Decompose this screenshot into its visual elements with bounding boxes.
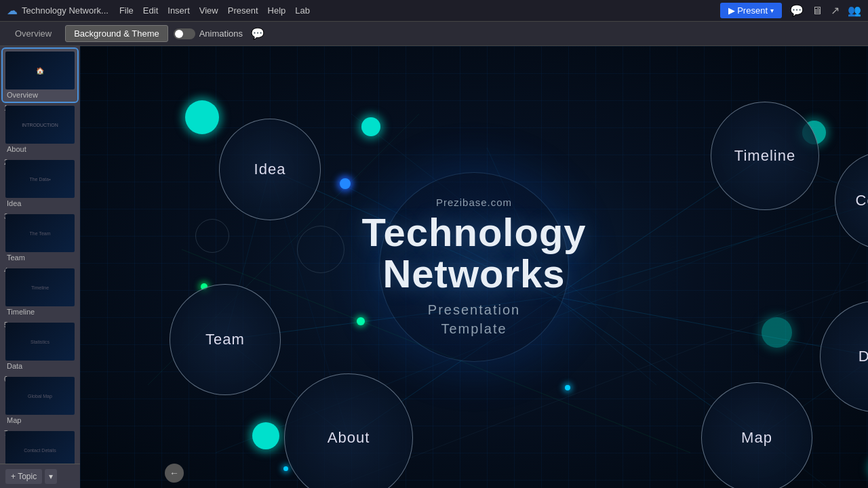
dot-10: [762, 317, 792, 348]
present-label: ▶ Present: [728, 5, 768, 16]
topic-map-label: Map: [741, 429, 772, 447]
animations-toggle[interactable]: Animations: [174, 28, 243, 39]
topic-contact-label: Contact: [856, 192, 868, 209]
brand-subtitle: Prezibase.com: [361, 197, 586, 208]
menu-present[interactable]: Present: [228, 5, 258, 16]
animations-label: Animations: [199, 28, 243, 39]
center-content: Prezibase.com Technology Networks Presen…: [361, 197, 586, 338]
topic-timeline-label: Timeline: [734, 147, 795, 165]
slide-5-label: Data: [5, 362, 75, 370]
menu-lab[interactable]: Lab: [295, 5, 310, 16]
app-title: Technology Network...: [22, 5, 108, 16]
menu-file[interactable]: File: [119, 5, 134, 16]
menu-view[interactable]: View: [199, 5, 218, 16]
toggle-knob: [175, 30, 183, 38]
dot-1: [361, 117, 380, 136]
tab-background-theme[interactable]: Background & Theme: [65, 25, 168, 42]
slide-overview-label: Overview: [5, 91, 75, 99]
topic-data-label: Data: [859, 348, 868, 365]
share-screen-icon[interactable]: 🖥: [812, 5, 823, 17]
dot-2: [340, 178, 351, 189]
menu-edit[interactable]: Edit: [143, 5, 158, 16]
slide-main-title: Technology Networks: [361, 212, 586, 295]
canvas: Idea Timeline Contact Team Data About: [80, 46, 868, 488]
add-topic-label: + Topic: [11, 472, 37, 481]
menu-insert[interactable]: Insert: [167, 5, 190, 16]
sidebar-item-idea[interactable]: 2 The Data• Idea: [3, 157, 77, 210]
slide-3-label: Team: [5, 253, 75, 262]
app-logo: ☁ Technology Network...: [7, 4, 108, 17]
sidebar-item-map[interactable]: 6 Global Map Map: [3, 374, 77, 427]
sidebar-item-data[interactable]: 5 Statistics Data: [3, 320, 77, 373]
deco-circle-2: [195, 219, 229, 253]
dot-8: [565, 385, 570, 390]
deco-circle-3: [297, 226, 344, 273]
topic-team[interactable]: Team: [170, 284, 281, 395]
topic-idea[interactable]: Idea: [219, 119, 321, 220]
cloud-icon: ☁: [7, 4, 18, 17]
topic-team-label: Team: [205, 331, 245, 348]
topic-idea-label: Idea: [254, 161, 286, 178]
main-area: 🏠 Overview 1 INTRODUCTION About 2 The Da…: [0, 46, 868, 488]
top-actions: ▶ Present ▾ 💬 🖥 ↗ 👥: [720, 3, 861, 18]
slide-background: Idea Timeline Contact Team Data About: [80, 46, 868, 488]
sidebar: 🏠 Overview 1 INTRODUCTION About 2 The Da…: [0, 46, 80, 488]
slide-6-label: Map: [5, 416, 75, 424]
sidebar-item-about[interactable]: 1 INTRODUCTION About: [3, 103, 77, 156]
animations-switch[interactable]: [174, 28, 195, 39]
topic-map[interactable]: Map: [701, 382, 812, 488]
back-button[interactable]: ←: [165, 464, 184, 483]
topic-timeline[interactable]: Timeline: [711, 102, 819, 210]
comments-icon[interactable]: 💬: [790, 4, 804, 17]
present-button[interactable]: ▶ Present ▾: [720, 3, 782, 18]
users-icon[interactable]: 👥: [848, 4, 861, 17]
dot-6: [185, 100, 219, 134]
bottom-bar: + Topic ▾: [0, 464, 80, 488]
slide-2-label: Idea: [5, 199, 75, 207]
sidebar-item-timeline[interactable]: 4 Timeline Timeline: [3, 266, 77, 319]
menu-help[interactable]: Help: [268, 5, 286, 16]
topbar: ☁ Technology Network... File Edit Insert…: [0, 0, 868, 22]
toolbar: Overview Background & Theme Animations 💬: [0, 22, 868, 46]
add-topic-button[interactable]: + Topic: [5, 469, 42, 484]
slide-sub-title: Presentation Template: [361, 300, 586, 338]
sidebar-item-overview[interactable]: 🏠 Overview: [3, 49, 77, 102]
dot-4: [252, 422, 279, 449]
comment-icon[interactable]: 💬: [251, 27, 264, 40]
menu-bar: File Edit Insert View Present Help Lab: [119, 5, 310, 16]
dot-11: [283, 466, 288, 471]
add-topic-dropdown[interactable]: ▾: [45, 469, 57, 484]
tab-overview[interactable]: Overview: [7, 26, 60, 41]
slide-4-label: Timeline: [5, 308, 75, 316]
present-dropdown-arrow: ▾: [770, 7, 774, 14]
topic-about-label: About: [328, 429, 370, 447]
share-icon[interactable]: ↗: [831, 4, 840, 17]
sidebar-item-team[interactable]: 3 The Team Team: [3, 211, 77, 264]
slide-1-label: About: [5, 145, 75, 153]
